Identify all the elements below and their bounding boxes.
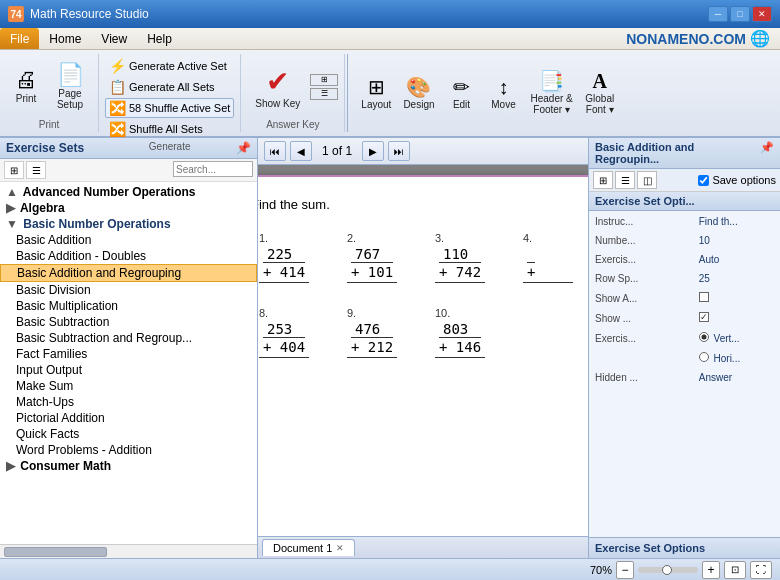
prev-page-button[interactable]: ◀ — [290, 141, 312, 161]
answer-key-grid-icon[interactable]: ⊞ — [310, 74, 338, 86]
math-problem-8: 8. 253 + 404 — [258, 303, 331, 362]
document-scroll[interactable]: Find the sum. 1. 225 + 414 2. 767 + 101 — [258, 165, 588, 536]
close-button[interactable]: ✕ — [752, 6, 772, 22]
right-tool-2[interactable]: ☰ — [615, 171, 635, 189]
print-button[interactable]: 🖨 Print — [6, 66, 46, 107]
tree-item-algebra[interactable]: ▶ Algebra — [0, 200, 257, 216]
doc-tab-1-close[interactable]: ✕ — [336, 543, 344, 553]
option-val-vert[interactable]: Vert... — [695, 329, 778, 347]
doc-tab-1[interactable]: Document 1 ✕ — [262, 539, 355, 556]
tree-item-pictorial-addition[interactable]: Pictorial Addition — [0, 410, 257, 426]
option-val-rowsp[interactable]: 25 — [695, 270, 778, 287]
problem-1-answer-line — [259, 282, 309, 283]
option-val-instruc[interactable]: Find th... — [695, 213, 778, 230]
tree-item-basic-number[interactable]: ▼ Basic Number Operations — [0, 216, 257, 232]
option-val-number[interactable]: 10 — [695, 232, 778, 249]
option-val-exercise[interactable]: Auto — [695, 251, 778, 268]
hori-radio[interactable] — [699, 352, 709, 362]
tree-item-advanced[interactable]: ▲ Advanced Number Operations — [0, 184, 257, 200]
tree-item-consumer-math[interactable]: ▶ Consumer Math — [0, 458, 257, 474]
tree-view-button[interactable]: ⊞ — [4, 161, 24, 179]
save-options-checkbox[interactable] — [698, 175, 709, 186]
zoom-slider[interactable] — [638, 567, 698, 573]
option-row-showa: Show A... — [591, 289, 778, 307]
vert-radio[interactable] — [699, 332, 709, 342]
right-panel-pin-icon[interactable]: 📌 — [760, 141, 774, 165]
show-a-checkbox[interactable] — [699, 292, 709, 302]
full-screen-button[interactable]: ⛶ — [750, 561, 772, 579]
generate-all-button[interactable]: 📋 Generate All Sets — [105, 77, 234, 97]
menu-view[interactable]: View — [91, 28, 137, 49]
option-key-number: Numbe... — [591, 232, 693, 249]
list-view-button[interactable]: ☰ — [26, 161, 46, 179]
search-input[interactable] — [173, 161, 253, 177]
zoom-thumb[interactable] — [662, 565, 672, 575]
generate-group-label: Generate — [149, 139, 191, 152]
tree-item-basic-subtraction-regroup[interactable]: Basic Subtraction and Regroup... — [0, 330, 257, 346]
show-key-icon: ✔ — [266, 65, 289, 98]
problem-9-top: 476 — [355, 321, 380, 337]
exercise-sets-title: Exercise Sets — [6, 141, 84, 155]
pin-icon[interactable]: 📌 — [236, 141, 251, 155]
title-bar: 74 Math Resource Studio ─ □ ✕ — [0, 0, 780, 28]
option-val-hori[interactable]: Hori... — [695, 349, 778, 367]
show-checkbox[interactable] — [699, 312, 709, 322]
math-problem-4: 4. + — [515, 228, 588, 287]
menu-help[interactable]: Help — [137, 28, 182, 49]
tree-item-input-output[interactable]: Input Output — [0, 362, 257, 378]
math-problem-9: 9. 476 + 212 — [339, 303, 419, 362]
next-page-button[interactable]: ▶ — [362, 141, 384, 161]
fit-page-button[interactable]: ⊡ — [724, 561, 746, 579]
problem-3-top: 110 — [443, 246, 468, 262]
tree-item-basic-subtraction[interactable]: Basic Subtraction — [0, 314, 257, 330]
page-setup-button[interactable]: 📄 PageSetup — [48, 61, 92, 113]
first-page-button[interactable]: ⏮ — [264, 141, 286, 161]
option-val-showa[interactable] — [695, 289, 778, 307]
option-row-show: Show ... — [591, 309, 778, 327]
scroll-thumb[interactable] — [4, 547, 107, 557]
restore-button[interactable]: □ — [730, 6, 750, 22]
tree-item-basic-addition-regrouping[interactable]: Basic Addition and Regrouping — [0, 264, 257, 282]
tree-item-word-problems-addition[interactable]: Word Problems - Addition — [0, 442, 257, 458]
right-tool-1[interactable]: ⊞ — [593, 171, 613, 189]
layout-button[interactable]: ⊞ Layout — [356, 74, 396, 113]
move-button[interactable]: ↕ Move — [484, 74, 524, 113]
right-panel-toolbar: ⊞ ☰ ◫ Save options — [589, 169, 780, 192]
options-scroll[interactable]: Exercise Set Opti... Instruc... Find th.… — [589, 192, 780, 537]
math-problem-2: 2. 767 + 101 — [339, 228, 419, 287]
design-button[interactable]: 🎨 Design — [398, 74, 439, 113]
generate-active-button[interactable]: ⚡ Generate Active Set — [105, 56, 234, 76]
header-footer-button[interactable]: 📑 Header &Footer ▾ — [526, 68, 578, 118]
menu-home[interactable]: Home — [39, 28, 91, 49]
tree-item-match-ups[interactable]: Match-Ups — [0, 394, 257, 410]
option-val-hidden[interactable]: Answer — [695, 369, 778, 386]
problem-1-top: 225 — [267, 246, 292, 262]
tree-item-basic-division[interactable]: Basic Division — [0, 282, 257, 298]
save-options: Save options — [698, 174, 776, 186]
tree-item-basic-addition[interactable]: Basic Addition — [0, 232, 257, 248]
tree-item-quick-facts[interactable]: Quick Facts — [0, 426, 257, 442]
page-setup-icon: 📄 — [57, 64, 84, 86]
problem-2-num: 2. — [347, 232, 356, 244]
answer-key-list-icon[interactable]: ☰ — [310, 88, 338, 100]
horizontal-scrollbar[interactable] — [0, 544, 257, 558]
right-panel-footer: Exercise Set Options — [589, 537, 780, 558]
last-page-button[interactable]: ⏭ — [388, 141, 410, 161]
option-val-show[interactable] — [695, 309, 778, 327]
tree-item-make-sum[interactable]: Make Sum — [0, 378, 257, 394]
zoom-in-button[interactable]: + — [702, 561, 720, 579]
minimize-button[interactable]: ─ — [708, 6, 728, 22]
global-font-button[interactable]: A GlobalFont ▾ — [580, 68, 620, 118]
show-key-label: Show Key — [255, 98, 300, 109]
tree-item-basic-multiplication[interactable]: Basic Multiplication — [0, 298, 257, 314]
zoom-out-button[interactable]: − — [616, 561, 634, 579]
problem-2-top: 767 — [355, 246, 380, 262]
show-key-button[interactable]: ✔ Show Key — [247, 61, 308, 113]
shuffle-all-button[interactable]: 🔀 Shuffle All Sets — [105, 119, 234, 139]
tree-item-fact-families[interactable]: Fact Families — [0, 346, 257, 362]
right-tool-3[interactable]: ◫ — [637, 171, 657, 189]
shuffle-active-button[interactable]: 🔀 58 Shuffle Active Set — [105, 98, 234, 118]
edit-button[interactable]: ✏ Edit — [442, 74, 482, 113]
menu-file[interactable]: File — [0, 28, 39, 49]
tree-item-basic-addition-doubles[interactable]: Basic Addition - Doubles — [0, 248, 257, 264]
